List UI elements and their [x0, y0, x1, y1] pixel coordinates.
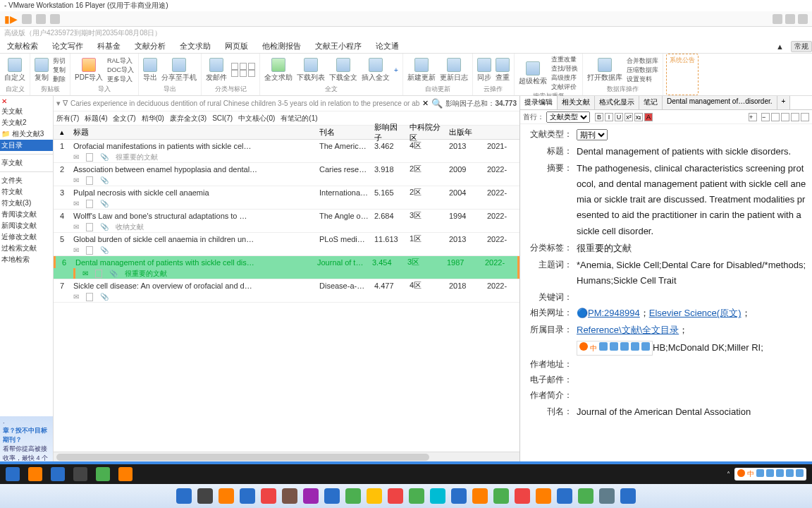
rbtn-share-phone[interactable]: 分享至手机 — [161, 58, 197, 83]
ime-popup: 中 — [577, 341, 653, 356]
host-app[interactable] — [345, 488, 361, 504]
task-app[interactable] — [6, 467, 20, 481]
table-row[interactable]: 4Wolff's Law and bone's structural adapt… — [54, 210, 519, 233]
rbtn-export[interactable]: 导出 — [143, 58, 157, 83]
first-line-select[interactable]: 文献类型 — [546, 111, 590, 123]
host-app[interactable] — [367, 488, 382, 504]
search-icon[interactable]: 🔍 — [431, 98, 443, 109]
task-app[interactable] — [51, 467, 65, 481]
host-app[interactable] — [493, 488, 509, 504]
table-row[interactable]: 5Global burden of sickle cell anaemia in… — [54, 233, 519, 256]
host-app[interactable] — [536, 488, 551, 504]
plus-icon[interactable]: + — [749, 113, 757, 121]
menu-up[interactable]: ▲ — [769, 42, 791, 51]
rbtn-custom[interactable]: 自定义 — [4, 58, 25, 83]
menu-item[interactable]: 文献分析 — [128, 41, 173, 52]
rbtn-pdf-import[interactable]: PDF导入 — [75, 58, 103, 83]
table-row[interactable]: 2Association between enamel hypoplasia a… — [54, 163, 519, 186]
underline-icon[interactable]: U — [615, 113, 623, 121]
misc-icon[interactable] — [771, 113, 780, 121]
host-app[interactable] — [451, 488, 467, 504]
task-app[interactable] — [28, 467, 42, 481]
host-app[interactable] — [620, 488, 636, 504]
host-app[interactable] — [409, 488, 424, 504]
play-icon[interactable]: ▮▶ — [4, 13, 18, 25]
menu-item[interactable]: 科基金 — [90, 41, 128, 52]
host-app[interactable] — [176, 488, 192, 504]
pm-link[interactable]: PM:2948994 — [588, 308, 640, 318]
host-app[interactable] — [599, 488, 615, 504]
menu-item[interactable]: 网页版 — [218, 41, 255, 52]
host-app[interactable] — [261, 488, 276, 504]
rbtn-super-search[interactable]: 超级检索 — [519, 61, 547, 86]
rbtn-fulltext[interactable]: 全文求助 — [264, 58, 293, 83]
type-select[interactable]: 期刊 — [577, 129, 608, 140]
elsevier-link[interactable]: Elsevier Science(原文) — [649, 308, 742, 318]
menu-item[interactable]: 他检测报告 — [255, 41, 308, 52]
rbtn-cut[interactable]: 剪切 — [53, 56, 66, 66]
h-scrollbar[interactable] — [54, 452, 519, 461]
rbtn-copy[interactable]: 复制 — [35, 58, 49, 83]
host-app[interactable] — [197, 488, 213, 504]
menu-item[interactable]: 文献检索 — [0, 41, 45, 52]
menu-item[interactable]: 文献王小程序 — [308, 41, 369, 52]
misc-icon[interactable] — [791, 113, 799, 121]
tray: ˄ 中 — [727, 468, 806, 480]
ribbon-announce[interactable]: 系统公告 — [666, 54, 699, 95]
host-app[interactable] — [219, 488, 234, 504]
tab-plus[interactable]: + — [777, 96, 791, 109]
menu-item[interactable]: 论文通 — [369, 41, 406, 52]
tray-chevron[interactable]: ˄ — [727, 471, 730, 478]
host-app[interactable] — [578, 488, 593, 504]
host-app[interactable] — [472, 488, 488, 504]
table-row[interactable]: 6Dental management of patients with sick… — [54, 256, 519, 279]
tree-node[interactable]: 关文献 — [0, 106, 53, 117]
tree-node[interactable]: 📁 相关文献3 — [0, 128, 53, 140]
tree-node-selected[interactable]: 文目录 — [0, 140, 53, 151]
italic-icon[interactable]: I — [605, 113, 613, 121]
minus-icon[interactable]: − — [761, 113, 770, 121]
clear-icon[interactable]: ✕ — [422, 99, 429, 108]
rbtn-copy2[interactable]: 复制 — [53, 66, 66, 75]
color-icon[interactable]: A — [644, 113, 653, 121]
tree-node[interactable]: 关文献2 — [0, 117, 53, 128]
rbtn-delete[interactable]: 删除 — [53, 75, 66, 84]
vm-right-icon-2[interactable] — [785, 14, 795, 24]
task-app[interactable] — [96, 467, 110, 481]
misc-icon[interactable] — [781, 113, 789, 121]
sup-icon[interactable]: x² — [625, 113, 633, 121]
table-row[interactable]: 1Orofacial manifestations in patients wi… — [54, 140, 519, 163]
task-app[interactable] — [118, 467, 133, 481]
vm-icon-3[interactable] — [50, 14, 60, 24]
dir-link[interactable]: Reference\文献\全文目录 — [577, 325, 679, 335]
misc-icon[interactable] — [801, 113, 809, 121]
host-app[interactable] — [388, 488, 403, 504]
menu-mode[interactable]: 常规 — [791, 41, 812, 52]
rbtn-email[interactable]: 发邮件 — [206, 58, 227, 83]
host-app[interactable] — [430, 488, 445, 504]
vm-right-icon-1[interactable] — [773, 14, 782, 24]
bold-icon[interactable]: B — [595, 113, 603, 121]
window-title: - VMware Workstation 16 Player (仅用于非商业用途… — [4, 1, 168, 11]
host-app[interactable] — [515, 488, 530, 504]
host-app[interactable] — [282, 488, 297, 504]
menu-item[interactable]: 全文求助 — [173, 41, 218, 52]
search-input[interactable] — [70, 99, 419, 107]
host-app[interactable] — [303, 488, 319, 504]
funnel-icon[interactable]: ▾ ∇ — [56, 99, 68, 108]
table-row[interactable]: 7Sickle cell disease: An overview of oro… — [54, 279, 519, 303]
host-app[interactable] — [324, 488, 340, 504]
host-app[interactable] — [557, 488, 572, 504]
menu-item[interactable]: 论文写作 — [45, 41, 90, 52]
sub-icon[interactable]: x₂ — [634, 113, 643, 121]
close-tree-icon[interactable]: ✕ — [1, 97, 7, 105]
vm-icon-2[interactable] — [36, 14, 46, 24]
task-app[interactable] — [73, 467, 87, 481]
table-row[interactable]: 3Pulpal necrosis with sickle cell anaemi… — [54, 186, 519, 210]
inner-taskbar: ˄ 中 — [0, 464, 812, 484]
host-app[interactable] — [240, 488, 255, 504]
vm-right-icon-3[interactable] — [798, 14, 808, 24]
detail-body: 文献类型：期刊 标题：Dental management of patients… — [520, 124, 812, 461]
vm-icon-1[interactable] — [22, 14, 32, 24]
col-sort[interactable]: ▴ — [54, 128, 70, 137]
